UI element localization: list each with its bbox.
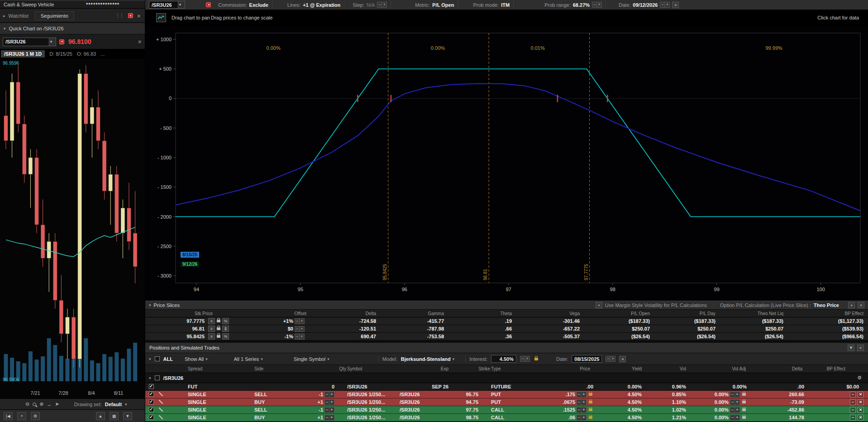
risk-profile-chart[interactable]: + 1000+ 5000- 500- 1000- 1500- 2000- 250… [145, 25, 868, 301]
lock-icon[interactable] [217, 327, 220, 330]
side-cell[interactable]: SELL [242, 407, 283, 412]
qty-value[interactable]: +1 [317, 415, 323, 420]
date-stepper[interactable]: −+ [660, 2, 670, 8]
model-dropdown[interactable]: Bjerksund-Stensland▾ [401, 356, 455, 362]
strike-cell[interactable]: 94.75 [462, 399, 490, 405]
chevron-down-icon[interactable]: ▾ [205, 357, 208, 361]
expiration-date-tag[interactable]: 9/12/26 [181, 261, 199, 267]
scroll-up-icon[interactable]: ▲ [96, 412, 105, 420]
symbol-cell[interactable]: /SR3U26 [346, 384, 399, 389]
interest-stepper[interactable]: −+ [520, 356, 530, 362]
cursor-icon[interactable]: ➤ [55, 401, 59, 407]
remove-row-icon[interactable]: ✕ [858, 407, 863, 413]
col-type[interactable]: Type [490, 366, 521, 371]
exp-cell[interactable]: SEP 26 [399, 384, 462, 389]
position-row[interactable]: SINGLE BUY +1−+ /SR3U26 1/250... /SR3U26… [145, 398, 868, 406]
stepper-minus-icon[interactable]: − [577, 415, 582, 421]
risk-profile-svg[interactable]: + 1000+ 5000- 500- 1000- 1500- 2000- 250… [145, 25, 868, 301]
group-symbol[interactable]: /SR3U26 [163, 375, 184, 381]
stepper-plus-icon[interactable]: + [525, 356, 530, 362]
offset-stepper[interactable]: −+ [295, 326, 305, 332]
col-pl-open[interactable]: P/L Open [584, 311, 654, 316]
vol-adj-stepper[interactable]: −+ [730, 399, 740, 405]
symbol-filter-value[interactable]: Single Symbol [294, 356, 325, 362]
stepper-minus-icon[interactable]: − [730, 399, 735, 405]
slice-price[interactable]: 96.81 [145, 326, 206, 331]
stepper-minus-icon[interactable]: − [324, 399, 329, 405]
stepper-plus-icon[interactable]: + [300, 318, 305, 324]
stepper-plus-icon[interactable]: + [329, 399, 334, 405]
option-pl-calc-value[interactable]: Theo Price [814, 302, 839, 308]
col-yield[interactable]: Yield [598, 366, 645, 371]
spread-cell[interactable]: SINGLE [170, 399, 242, 405]
stepper-minus-icon[interactable]: − [606, 356, 610, 362]
symbol-cell[interactable]: /SR3U26 1/250... [346, 399, 399, 405]
skip-start-icon[interactable]: |◀ [4, 412, 13, 420]
lock-icon[interactable] [589, 393, 592, 396]
stepper-minus-icon[interactable]: − [295, 326, 300, 332]
lock-icon[interactable] [742, 393, 746, 396]
exp-cell[interactable]: /SR3U26 [399, 392, 462, 397]
chart-symbol-period[interactable]: /SR3U26 1 M 1D [1, 50, 45, 58]
lock-icon[interactable] [589, 416, 592, 419]
slice-price[interactable]: 97.7775 [145, 318, 206, 324]
prob-mode-value[interactable]: ITM [501, 2, 510, 8]
series-filter-dropdown[interactable]: All 1 Series▾ [234, 356, 263, 362]
show-all-dropdown[interactable]: Show All▾ [185, 356, 208, 362]
symbol-group-row[interactable]: ▾ /SR3U26 ⚙ [145, 373, 868, 383]
remove-row-icon[interactable]: ✕ [858, 392, 863, 398]
vol-adj-value[interactable]: 0.00% [733, 384, 747, 389]
vol-adj-stepper[interactable]: −+ [730, 407, 740, 413]
col-stk-price[interactable]: Stk Price [145, 311, 247, 316]
group-checkbox[interactable] [155, 375, 160, 380]
qty-stepper[interactable]: −+ [324, 407, 334, 413]
vol-adj-stepper[interactable]: −+ [730, 415, 740, 421]
show-all-value[interactable]: Show All [185, 356, 204, 362]
exp-cell[interactable]: /SR3U26 [399, 407, 462, 412]
price-value[interactable]: .0675 [563, 399, 575, 405]
col-side[interactable]: Side [242, 366, 283, 371]
spread-cell[interactable]: SINGLE [170, 392, 242, 397]
price-value[interactable]: .00 [587, 384, 593, 389]
strike-cell[interactable]: 98.75 [462, 415, 490, 420]
stepper-plus-icon[interactable]: + [300, 326, 305, 332]
stepper-minus-icon[interactable]: − [324, 415, 329, 421]
position-row[interactable]: SINGLE SELL -1−+ /SR3U26 1/250... /SR3U2… [145, 406, 868, 414]
add-icon[interactable]: ＋ [17, 412, 26, 420]
chevron-down-icon[interactable]: ▾ [149, 303, 151, 307]
quick-chart[interactable]: 96.9596 96.5904 [0, 59, 145, 388]
stepper-plus-icon[interactable]: + [735, 415, 740, 421]
slice-menu-icon[interactable]: ≡ [208, 318, 215, 324]
all-checkbox[interactable] [155, 356, 160, 361]
prob-range-value[interactable]: 68.27% [573, 2, 590, 8]
stepper-minus-icon[interactable]: − [577, 407, 582, 413]
candlestick-chart[interactable] [0, 59, 145, 388]
menu-icon[interactable]: ≡ [138, 39, 141, 44]
row-checkbox[interactable] [149, 415, 154, 420]
stepper-plus-icon[interactable]: + [597, 2, 602, 8]
drawing-set-value[interactable]: Default [105, 402, 122, 407]
symbol-input-value[interactable]: /SR3U26 [3, 39, 49, 44]
col-theo-net-liq[interactable]: Theo Net Liq [720, 311, 788, 316]
price-stepper[interactable]: −+ [577, 407, 587, 413]
col-bp-effect[interactable]: BP Effect [807, 366, 868, 371]
analysis-date-input[interactable]: 08/15/2025 [572, 355, 602, 363]
margin-volatility-toggle[interactable]: ▪ [596, 302, 602, 308]
qty-stepper[interactable]: −+ [324, 392, 334, 398]
quick-chart-header[interactable]: ▾ Quick Chart on /SR3U26 [0, 23, 145, 34]
alert-bell-icon[interactable] [59, 39, 64, 44]
chevron-down-icon[interactable]: ▾ [149, 376, 151, 380]
stepper-plus-icon[interactable]: + [665, 2, 670, 8]
lock-icon[interactable] [742, 416, 746, 419]
date-menu-icon[interactable]: ≡ [619, 356, 626, 362]
vol-adj-stepper[interactable]: −+ [730, 392, 740, 398]
price-value[interactable]: .06 [568, 415, 575, 420]
slice-offset[interactable]: $0 [288, 326, 293, 331]
alert-icon[interactable] [128, 13, 133, 18]
vol-adj-value[interactable]: 0.00% [715, 399, 729, 405]
stepper-plus-icon[interactable]: + [582, 399, 587, 405]
chevron-down-icon[interactable]: ▼ [178, 1, 185, 8]
percent-unit-button[interactable]: % [222, 318, 229, 324]
offset-stepper[interactable]: −+ [295, 334, 305, 340]
chevron-down-icon[interactable]: ▼ [49, 38, 56, 46]
